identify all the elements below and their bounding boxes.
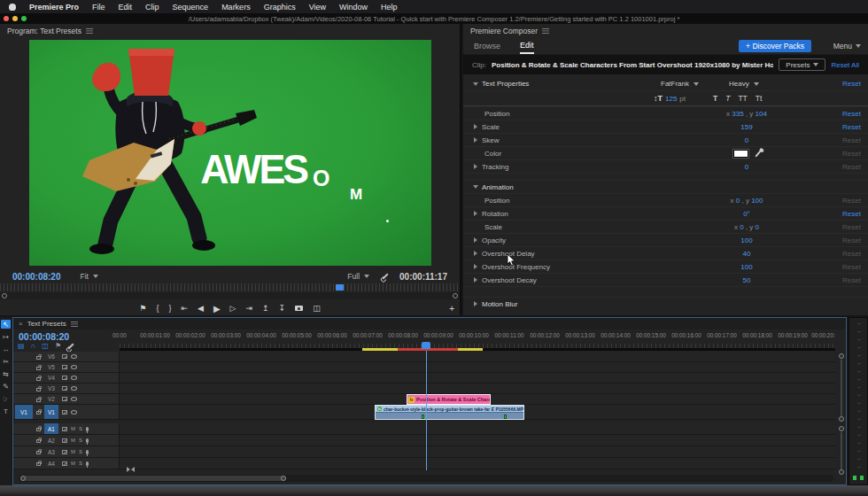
track-name[interactable]: V3	[44, 385, 58, 391]
track-name[interactable]: A3	[44, 449, 58, 455]
tab-edit[interactable]: Edit	[520, 38, 534, 54]
mute-button[interactable]: M	[71, 426, 75, 431]
solo-button[interactable]: S	[79, 438, 82, 443]
lock-icon[interactable]	[36, 451, 41, 454]
lock-icon[interactable]	[36, 377, 41, 381]
composer-menu-dropdown[interactable]: Menu	[833, 42, 861, 50]
zoom-level-dropdown[interactable]: Fit	[80, 272, 97, 281]
button-editor-plus[interactable]: +	[449, 304, 454, 314]
timeline-vertical-scrollbar[interactable]	[839, 353, 844, 476]
track-visibility-eye-icon[interactable]	[71, 376, 77, 380]
track-select-tool[interactable]: ↦	[1, 332, 11, 341]
menu-help[interactable]: Help	[381, 3, 398, 12]
sync-lock-icon[interactable]	[62, 365, 67, 369]
scale-value[interactable]: 159	[671, 123, 822, 131]
solo-button[interactable]: S	[79, 461, 82, 466]
font-weight-dropdown[interactable]: Heavy	[729, 80, 759, 88]
panel-menu-icon[interactable]	[86, 28, 93, 34]
all-caps-button[interactable]: TT	[738, 94, 747, 103]
lock-icon[interactable]	[36, 439, 41, 443]
faux-bold-button[interactable]: T	[713, 94, 717, 103]
export-frame-button[interactable]	[295, 306, 303, 311]
track-visibility-eye-icon[interactable]	[71, 386, 77, 391]
track-name-targeted[interactable]: V1	[44, 405, 58, 419]
track-lane[interactable]	[120, 373, 835, 383]
reset-text-properties[interactable]: Reset	[842, 80, 861, 88]
source-patch[interactable]	[15, 458, 33, 469]
scroll-handle[interactable]	[839, 416, 844, 422]
lock-icon[interactable]	[36, 356, 41, 360]
font-size-value[interactable]: 125	[665, 95, 677, 103]
zoom-window-button[interactable]	[21, 16, 27, 21]
source-patch[interactable]	[15, 352, 33, 361]
row-opacity[interactable]: Opacity 100 Reset	[463, 233, 868, 246]
track-name[interactable]: A2	[44, 438, 58, 444]
fit-sequence-icon[interactable]	[127, 467, 130, 472]
lock-icon[interactable]	[36, 428, 41, 431]
voiceover-mic-icon[interactable]	[86, 427, 89, 431]
program-scrub-bar[interactable]	[0, 283, 460, 291]
sync-lock-icon[interactable]	[62, 427, 67, 431]
mark-in-button[interactable]: {	[156, 304, 159, 313]
row-overshoot-delay[interactable]: Overshoot Delay 40 Reset	[463, 246, 868, 260]
section-animation[interactable]: Animation	[463, 180, 868, 193]
sync-lock-icon[interactable]	[62, 450, 67, 454]
row-rotation[interactable]: Rotation 0° Reset	[463, 206, 868, 220]
program-playhead[interactable]	[336, 284, 344, 291]
mute-button[interactable]: M	[71, 438, 75, 443]
slip-tool[interactable]: ⇆	[1, 369, 11, 378]
reset-rotation[interactable]: Reset	[842, 210, 861, 218]
track-name[interactable]: A4	[44, 461, 58, 467]
sync-lock-icon[interactable]	[62, 461, 67, 466]
menu-file[interactable]: File	[92, 3, 105, 12]
row-overshoot-frequency[interactable]: Overshoot Frequency 100 Reset	[463, 260, 868, 273]
settings-wrench-icon[interactable]	[383, 273, 389, 279]
close-icon[interactable]: ×	[19, 320, 23, 328]
zoom-handle-right[interactable]	[281, 476, 286, 481]
sync-lock-icon[interactable]	[62, 410, 67, 415]
menu-markers[interactable]: Markers	[221, 3, 251, 12]
mute-button[interactable]: M	[71, 449, 75, 454]
row-skew[interactable]: Skew 0 Reset	[463, 133, 868, 146]
sync-lock-icon[interactable]	[62, 354, 67, 359]
voiceover-mic-icon[interactable]	[86, 450, 89, 454]
go-to-out-button[interactable]: ⇥	[246, 304, 253, 313]
minimize-window-button[interactable]	[12, 16, 18, 21]
track-name[interactable]: V6	[44, 353, 58, 360]
zoom-handle-right[interactable]	[453, 293, 458, 298]
reset-all-button[interactable]: Reset All	[831, 61, 859, 69]
menu-graphics[interactable]: Graphics	[264, 3, 296, 12]
sequence-tab-title[interactable]: Text Presets	[27, 320, 66, 328]
small-caps-button[interactable]: Tt	[756, 94, 763, 103]
discover-packs-button[interactable]: + Discover Packs	[739, 40, 811, 52]
menu-view[interactable]: View	[309, 3, 326, 12]
program-video-frame[interactable]: AWES O M	[29, 40, 431, 266]
play-button[interactable]: ▶	[213, 304, 221, 314]
playback-resolution-dropdown[interactable]: Full	[347, 272, 369, 281]
selection-tool[interactable]: ↖	[1, 320, 11, 329]
rotation-value[interactable]: 0°	[671, 210, 822, 218]
faux-italic-button[interactable]: T	[725, 94, 730, 103]
clip-preset-position-rotate-scale[interactable]: fx Position & Rotate & Scale Characte	[407, 394, 491, 405]
opacity-value[interactable]: 100	[671, 236, 822, 244]
pen-tool[interactable]: ✎	[1, 382, 11, 391]
source-patch[interactable]	[15, 423, 33, 434]
section-motion-blur[interactable]: Motion Blur	[463, 297, 868, 310]
hand-tool[interactable]: ☞	[1, 394, 11, 403]
row-tracking[interactable]: Tracking 0 Reset	[463, 159, 868, 173]
keyframe-pin[interactable]	[504, 415, 507, 419]
track-visibility-eye-icon[interactable]	[71, 365, 77, 369]
track-lane[interactable]	[120, 423, 835, 434]
voiceover-mic-icon[interactable]	[86, 461, 89, 466]
type-tool[interactable]: T	[1, 407, 11, 415]
reset-scale[interactable]: Reset	[842, 123, 861, 131]
scroll-handle[interactable]	[839, 426, 844, 431]
track-lane[interactable]	[120, 435, 835, 446]
source-patch[interactable]	[15, 446, 33, 457]
source-patch-v1[interactable]: V1	[15, 405, 33, 419]
scroll-handle[interactable]	[839, 469, 844, 475]
scroll-handle[interactable]	[839, 353, 844, 359]
close-window-button[interactable]	[4, 16, 9, 21]
panel-menu-icon[interactable]	[542, 28, 549, 34]
clip-footage-bucket-guitar[interactable]: fx char-bucket-style-black-prop-guitar-b…	[375, 405, 524, 420]
